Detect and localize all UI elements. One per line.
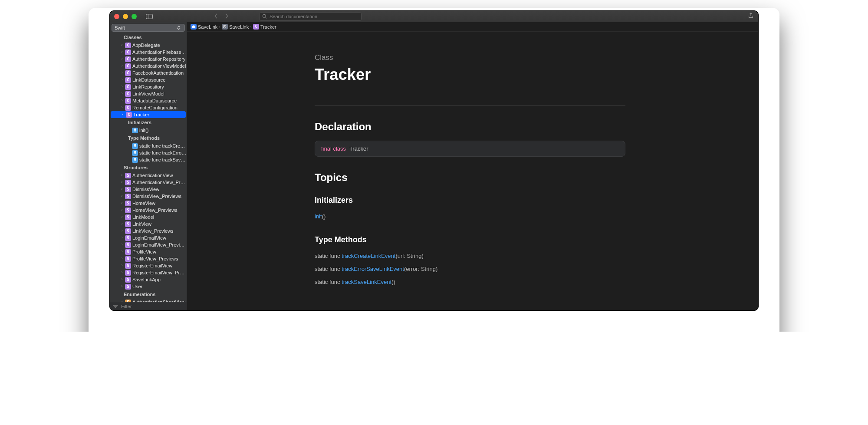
tree-item[interactable]: ›Mstatic func trackErrorS...: [110, 149, 187, 156]
tree-item[interactable]: ›CAuthenticationViewModel: [110, 63, 187, 69]
back-button[interactable]: [214, 13, 218, 20]
tree-item[interactable]: ›CFacebookAuthentication: [110, 69, 187, 76]
tree-item[interactable]: ›SAuthenticationView: [110, 172, 187, 179]
method-signature[interactable]: static func trackCreateLinkEvent(url: St…: [315, 250, 625, 263]
tree-item[interactable]: ›SProfileView_Previews: [110, 255, 187, 262]
svg-point-2: [263, 14, 266, 17]
traffic-lights: [114, 14, 137, 19]
filter-bar[interactable]: Filter: [110, 302, 187, 310]
section-structures: Structures: [110, 163, 187, 172]
tree-item[interactable]: ›SRegisterEmailView_Previ...: [110, 269, 187, 276]
declaration-heading: Declaration: [315, 121, 625, 133]
toggle-sidebar-icon[interactable]: [145, 13, 154, 20]
init-signature[interactable]: init(): [315, 210, 625, 223]
tree-item[interactable]: ›SProfileView: [110, 248, 187, 255]
tree-item[interactable]: ›SLinkView_Previews: [110, 227, 187, 234]
tree-item-init[interactable]: ›Minit(): [110, 127, 187, 134]
tree-item[interactable]: ›SAuthenticationView_Prev...: [110, 179, 187, 186]
breadcrumb-page[interactable]: Tracker: [260, 24, 276, 30]
zoom-window-button[interactable]: [132, 14, 137, 19]
method-signature[interactable]: static func trackErrorSaveLinkEvent(erro…: [315, 263, 625, 276]
titlebar: Search documentation: [110, 11, 758, 22]
sidebar: Swift Classes ›CAppDelegate ›CAuthentica…: [110, 22, 187, 310]
tree-item[interactable]: ›SDismissView: [110, 186, 187, 193]
topics-heading: Topics: [315, 171, 625, 184]
chevron-right-icon: ›: [250, 24, 252, 30]
tree-item[interactable]: ›SUser: [110, 283, 187, 290]
tree-item[interactable]: ›CMetadataDatasource: [110, 97, 187, 104]
main-area: SaveLink › SaveLink › C Tracker Class Tr…: [187, 22, 758, 310]
method-icon: M: [132, 128, 138, 133]
divider: [315, 105, 625, 106]
page-title: Tracker: [315, 66, 625, 84]
section-classes: Classes: [110, 33, 187, 42]
chevron-updown-icon: [176, 25, 182, 31]
svg-point-8: [224, 26, 225, 27]
breadcrumb-app[interactable]: SaveLink: [198, 24, 217, 30]
minimize-window-button[interactable]: [123, 14, 128, 19]
tree-item[interactable]: ›EAuthenticationSheetView: [110, 299, 187, 302]
tree-item[interactable]: ›SSaveLinkApp: [110, 276, 187, 283]
navigator-tree[interactable]: Classes ›CAppDelegate ›CAuthenticationFi…: [110, 33, 187, 302]
search-field[interactable]: Search documentation: [259, 12, 362, 21]
tree-item[interactable]: ›CLinkDatasource: [110, 76, 187, 83]
language-selector[interactable]: Swift: [112, 24, 185, 32]
tree-item[interactable]: ›Mstatic func trackSaveL...: [110, 156, 187, 163]
filter-icon: [112, 304, 118, 309]
share-button[interactable]: [748, 13, 754, 20]
chevron-down-icon: ›: [119, 112, 126, 116]
svg-line-3: [266, 17, 267, 19]
tree-item[interactable]: ›SDismissView_Previews: [110, 193, 187, 200]
tree-item[interactable]: ›SRegisterEmailView: [110, 262, 187, 269]
tree-item-appdelegate[interactable]: ›CAppDelegate: [110, 42, 187, 49]
method-link[interactable]: trackSaveLinkEvent: [342, 279, 391, 285]
tree-item[interactable]: ›SLoginEmailView_Previews: [110, 241, 187, 248]
tree-item[interactable]: ›CLinkViewModel: [110, 90, 187, 97]
class-icon: C: [125, 43, 131, 48]
type-methods-heading: Type Methods: [315, 235, 625, 244]
close-window-button[interactable]: [114, 14, 119, 19]
tree-item[interactable]: ›SLoginEmailView: [110, 234, 187, 241]
svg-rect-0: [146, 14, 153, 19]
subsection-type-methods: Type Methods: [110, 134, 187, 142]
tree-item[interactable]: ›CRemoteConfiguration: [110, 104, 187, 111]
tree-item[interactable]: ›SLinkView: [110, 221, 187, 227]
breadcrumb: SaveLink › SaveLink › C Tracker: [187, 22, 758, 32]
tree-item[interactable]: ›SHomeView_Previews: [110, 207, 187, 214]
type-name: Tracker: [349, 145, 368, 152]
initializers-heading: Initializers: [315, 196, 625, 205]
forward-button[interactable]: [224, 13, 229, 20]
chevron-right-icon: ›: [219, 24, 220, 30]
symbol-kind: Class: [315, 53, 625, 62]
struct-icon: S: [125, 173, 131, 178]
init-link[interactable]: init: [315, 213, 322, 220]
nav-buttons: [214, 13, 229, 20]
declaration-code: final class Tracker: [315, 141, 625, 157]
chevron-right-icon: ›: [120, 42, 124, 48]
tree-item[interactable]: ›Mstatic func trackCreat...: [110, 142, 187, 149]
doc-content: Class Tracker Declaration final class Tr…: [187, 32, 758, 310]
tree-item[interactable]: ›SLinkModel: [110, 214, 187, 221]
tree-item[interactable]: ›CAuthenticationFirebaseD...: [110, 49, 187, 56]
tree-item[interactable]: ›CAuthenticationRepository: [110, 56, 187, 63]
tree-item-tracker[interactable]: ›CTracker: [111, 111, 186, 118]
keyword: final class: [321, 145, 346, 152]
method-link[interactable]: trackErrorSaveLinkEvent: [342, 266, 404, 272]
section-enumerations: Enumerations: [110, 290, 187, 299]
method-signature[interactable]: static func trackSaveLinkEvent(): [315, 276, 625, 289]
target-icon: [222, 24, 228, 30]
method-link[interactable]: trackCreateLinkEvent: [342, 253, 395, 259]
language-label: Swift: [115, 25, 125, 30]
tree-item[interactable]: ›SHomeView: [110, 200, 187, 207]
subsection-initializers: Initializers: [110, 118, 187, 127]
tree-item[interactable]: ›CLinkRepository: [110, 83, 187, 90]
class-icon: C: [253, 24, 259, 30]
class-icon: C: [126, 112, 132, 118]
app-window: Search documentation Swift Classes ›CAp: [109, 10, 759, 311]
search-icon: [262, 14, 267, 19]
search-placeholder: Search documentation: [270, 14, 317, 19]
breadcrumb-target[interactable]: SaveLink: [229, 24, 249, 30]
app-icon: [191, 24, 197, 30]
filter-placeholder: Filter: [121, 304, 132, 309]
